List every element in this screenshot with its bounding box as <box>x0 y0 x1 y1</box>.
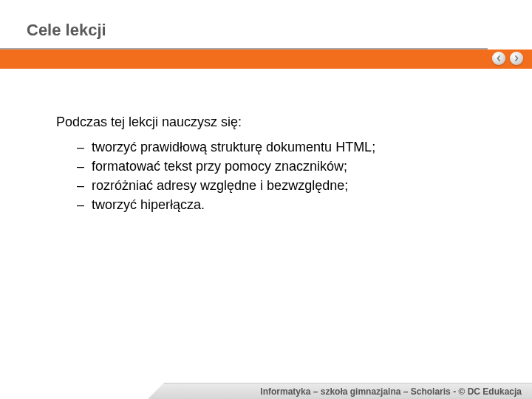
page-title: Cele lekcji <box>27 21 106 40</box>
list-item: rozróżniać adresy względne i bezwzględne… <box>77 176 488 195</box>
bullet-list: tworzyć prawidłową strukturę dokumentu H… <box>56 137 488 214</box>
chevron-left-icon <box>496 55 502 61</box>
list-item: formatować tekst przy pomocy znaczników; <box>77 157 488 176</box>
list-item: tworzyć prawidłową strukturę dokumentu H… <box>77 137 488 157</box>
next-button[interactable] <box>510 52 523 65</box>
intro-text: Podczas tej lekcji nauczysz się: <box>56 115 488 130</box>
content-area: Podczas tej lekcji nauczysz się: tworzyć… <box>56 115 488 214</box>
list-item: tworzyć hiperłącza. <box>77 195 488 214</box>
nav-buttons <box>492 52 523 65</box>
footer-text: Informatyka – szkoła gimnazjalna – Schol… <box>260 386 522 397</box>
chevron-right-icon <box>514 55 519 61</box>
footer-notch <box>0 383 148 399</box>
footer: Informatyka – szkoła gimnazjalna – Schol… <box>0 380 532 399</box>
accent-bar <box>0 50 532 69</box>
prev-button[interactable] <box>492 52 505 65</box>
slide: Cele lekcji Podczas tej lekcji nauczysz … <box>0 0 532 399</box>
